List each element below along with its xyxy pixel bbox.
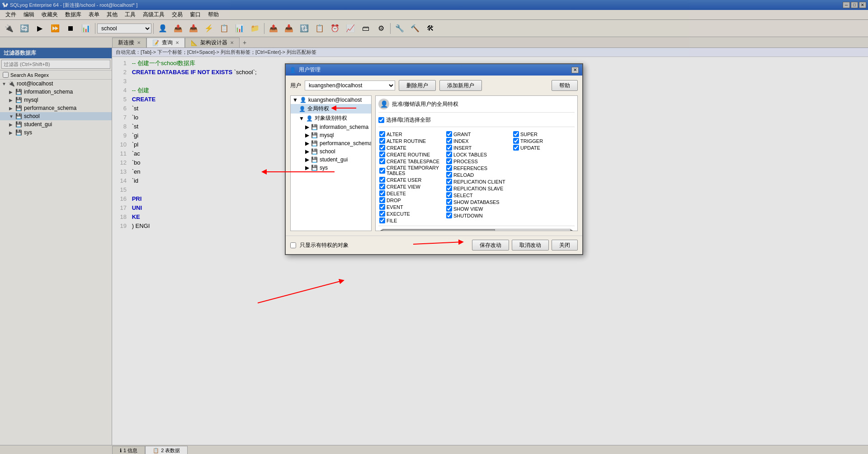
priv-execute: EXECUTE bbox=[378, 210, 441, 217]
user-avatar: 👤 bbox=[378, 99, 389, 109]
db-icon-s: 💾 bbox=[311, 148, 318, 155]
db-icon-m: 💾 bbox=[311, 132, 318, 138]
priv-create-user: CREATE USER bbox=[378, 176, 441, 183]
db-icon-st: 💾 bbox=[311, 156, 318, 163]
db-label-s: school bbox=[320, 148, 335, 155]
tree-global-icon: 👤 bbox=[299, 106, 306, 112]
priv-scrollbar-row: ◀ ▶ bbox=[378, 226, 575, 231]
dialog-footer: 只显示有特权的对象 保存改动 取消改动 关闭 bbox=[286, 236, 582, 254]
footer-btn-area: 保存改动 取消改动 关闭 bbox=[472, 240, 578, 251]
tree-user-node[interactable]: ▼ 👤 kuangshen@localhost bbox=[291, 96, 371, 104]
svg-line-3 bbox=[413, 242, 463, 244]
dialog-title-bar: 👤 用户管理 ✕ bbox=[286, 64, 582, 76]
db-label-m: mysql bbox=[320, 132, 334, 138]
priv-scroll-thumb[interactable] bbox=[383, 229, 495, 231]
scroll-left-btn[interactable]: ◀ bbox=[378, 228, 382, 231]
priv-replication-slave: REPLICATION SLAVE bbox=[445, 185, 508, 192]
priv-col-2: GRANT INDEX INSERT LOCK TABLES PROCESS R… bbox=[445, 131, 508, 224]
help-button[interactable]: 帮助 bbox=[552, 80, 578, 91]
tree-obj-expand-sch: ▶ bbox=[305, 148, 309, 155]
priv-references: REFERENCES bbox=[445, 165, 508, 171]
dialog-user-row: 用户 kuangshen@localhost root@localhost 删除… bbox=[290, 80, 578, 91]
priv-shutdown: SHUTDOWN bbox=[445, 212, 508, 219]
priv-file: FILE bbox=[378, 217, 441, 224]
priv-super: SUPER bbox=[512, 131, 575, 137]
dialog-overlay: 👤 用户管理 ✕ 用户 kuangshen@localhost root@loc… bbox=[0, 0, 868, 454]
tree-obj-mysql[interactable]: ▶ 💾 mysql bbox=[291, 131, 371, 139]
tree-obj-label: 对象级别特权 bbox=[315, 114, 347, 122]
priv-create-routine: CREATE ROUTINE bbox=[378, 151, 441, 158]
priv-grant: GRANT bbox=[445, 131, 508, 137]
dialog-title-text: 用户管理 bbox=[299, 66, 569, 74]
priv-col-1: ALTER ALTER ROUTINE CREATE CREATE ROUTIN… bbox=[378, 131, 441, 224]
tree-obj-expand-info: ▶ bbox=[305, 124, 309, 130]
priv-scroll-track[interactable] bbox=[382, 229, 571, 231]
priv-index: INDEX bbox=[445, 137, 508, 144]
priv-alter-routine: ALTER ROUTINE bbox=[378, 137, 441, 144]
add-user-button[interactable]: 添加新用户 bbox=[439, 80, 482, 91]
tree-obj-expand: ▼ bbox=[299, 115, 304, 122]
priv-reload: RELOAD bbox=[445, 171, 508, 178]
dialog-body: 用户 kuangshen@localhost root@localhost 删除… bbox=[286, 76, 582, 236]
db-icon-sy: 💾 bbox=[311, 165, 318, 171]
show-privileged-only-checkbox[interactable] bbox=[290, 242, 296, 248]
db-label-st: student_gui bbox=[320, 156, 348, 163]
save-arrow-svg bbox=[413, 235, 467, 249]
priv-delete: DELETE bbox=[378, 190, 441, 197]
panel-header-text: 批准/撤销该用户的全局特权 bbox=[392, 100, 458, 108]
save-changes-button[interactable]: 保存改动 bbox=[472, 240, 509, 251]
priv-process: PROCESS bbox=[445, 158, 508, 165]
select-all-label: 选择/取消选择全部 bbox=[386, 116, 431, 124]
privileges-panel: 👤 批准/撤销该用户的全局特权 选择/取消选择全部 ALTER ALTER RO… bbox=[375, 95, 578, 231]
tree-obj-info[interactable]: ▶ 💾 information_schema bbox=[291, 123, 371, 131]
tree-object-priv-node[interactable]: ▼ 👤 对象级别特权 bbox=[291, 114, 371, 123]
show-privileged-only-label: 只显示有特权的对象 bbox=[300, 241, 349, 249]
arrow-svg bbox=[331, 105, 359, 111]
tree-obj-student[interactable]: ▶ 💾 student_gui bbox=[291, 156, 371, 164]
privilege-tree: ▼ 👤 kuangshen@localhost 👤 全局特权 bbox=[290, 95, 372, 231]
tree-obj-expand-stu: ▶ bbox=[305, 156, 309, 163]
panel-header: 👤 批准/撤销该用户的全局特权 bbox=[378, 99, 575, 113]
dialog-main-content: ▼ 👤 kuangshen@localhost 👤 全局特权 bbox=[290, 95, 578, 231]
priv-col-3: SUPER TRIGGER UPDATE bbox=[512, 131, 575, 224]
user-select[interactable]: kuangshen@localhost root@localhost bbox=[305, 80, 395, 90]
priv-show-databases: SHOW DATABASES bbox=[445, 199, 508, 205]
priv-update: UPDATE bbox=[512, 144, 575, 151]
priv-select: SELECT bbox=[445, 192, 508, 199]
tree-obj-sys[interactable]: ▶ 💾 sys bbox=[291, 164, 371, 172]
tree-obj-perf[interactable]: ▶ 💾 performance_schema bbox=[291, 139, 371, 147]
close-dialog-button[interactable]: 关闭 bbox=[552, 240, 578, 251]
tree-global-label: 全局特权 bbox=[307, 105, 329, 113]
delete-user-button[interactable]: 删除用户 bbox=[399, 80, 436, 91]
user-label: 用户 bbox=[290, 82, 301, 90]
tree-obj-expand-mysql: ▶ bbox=[305, 132, 309, 138]
db-label-sy: sys bbox=[320, 165, 328, 171]
dialog-close-button[interactable]: ✕ bbox=[571, 67, 579, 73]
scroll-right-btn[interactable]: ▶ bbox=[571, 228, 575, 231]
tree-user-label: kuangshen@localhost bbox=[308, 97, 362, 103]
db-label-p: performance_schema bbox=[320, 140, 372, 147]
tree-obj-icon: 👤 bbox=[306, 115, 313, 122]
priv-create: CREATE bbox=[378, 144, 441, 151]
tree-user-expand: ▼ bbox=[292, 97, 298, 103]
footer-buttons: 保存改动 取消改动 关闭 bbox=[472, 240, 578, 251]
tree-obj-school[interactable]: ▶ 💾 school bbox=[291, 147, 371, 156]
priv-replication-client: REPLICATION CLIENT bbox=[445, 178, 508, 185]
priv-create-temp: CREATE TEMPORARY TABLES bbox=[378, 165, 441, 176]
tree-user-icon: 👤 bbox=[300, 97, 307, 103]
priv-show-view: SHOW VIEW bbox=[445, 205, 508, 212]
priv-lock-tables: LOCK TABLES bbox=[445, 151, 508, 158]
priv-drop: DROP bbox=[378, 197, 441, 203]
priv-insert: INSERT bbox=[445, 144, 508, 151]
priv-create-tablespace: CREATE TABLESPACE bbox=[378, 158, 441, 165]
tree-obj-expand-perf: ▶ bbox=[305, 140, 309, 147]
dialog-title-icon: 👤 bbox=[289, 67, 296, 73]
user-management-dialog: 👤 用户管理 ✕ 用户 kuangshen@localhost root@loc… bbox=[285, 63, 583, 255]
priv-event: EVENT bbox=[378, 203, 441, 210]
select-all-checkbox[interactable] bbox=[378, 117, 384, 123]
cancel-changes-button[interactable]: 取消改动 bbox=[512, 240, 549, 251]
tree-global-priv-node[interactable]: 👤 全局特权 bbox=[291, 104, 371, 114]
db-icon-p: 💾 bbox=[311, 140, 318, 147]
priv-alter: ALTER bbox=[378, 131, 441, 137]
tree-obj-expand-sys: ▶ bbox=[305, 165, 309, 171]
